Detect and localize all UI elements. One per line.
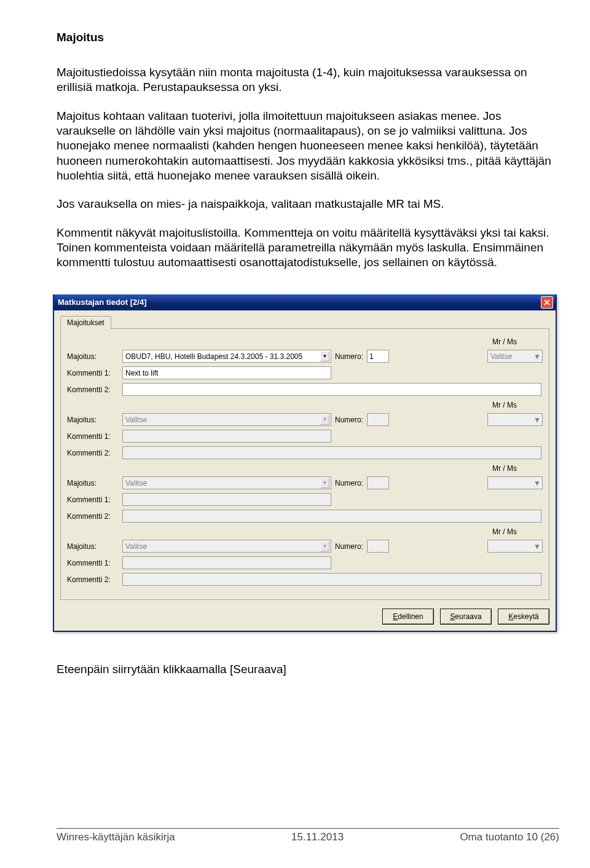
label-kom1-3: Kommentti 1:: [67, 495, 122, 504]
chevron-down-icon: ▼: [533, 416, 541, 424]
numero-input-1[interactable]: [367, 350, 389, 363]
label-majoitus-1: Majoitus:: [67, 352, 122, 361]
label-numero-3: Numero:: [331, 479, 367, 487]
label-kom1-2: Kommentti 1:: [67, 432, 122, 441]
mrms-select-3: ▼: [487, 476, 543, 489]
numero-input-4: [367, 540, 389, 553]
kommentti2-input-3: [122, 510, 541, 523]
cancel-button[interactable]: Keskeytä: [498, 609, 549, 625]
label-kom2-3: Kommentti 2:: [67, 512, 122, 521]
kommentti1-input-1[interactable]: [122, 366, 331, 379]
section-heading: Majoitus: [57, 31, 559, 44]
majoitus-select-2-value: Valitse: [125, 416, 147, 424]
prev-button-rest: dellinen: [398, 612, 423, 621]
label-numero-4: Numero:: [331, 542, 367, 551]
majoitus-select-3-value: Valitse: [125, 479, 147, 487]
chevron-down-icon: ▼: [533, 479, 541, 487]
dialog-body: Majoitukset Mr / Ms Majoitus: OBUD7, HBU…: [54, 310, 556, 631]
label-majoitus-4: Majoitus:: [67, 542, 122, 551]
mrms-select-1-value: Valitse: [490, 352, 512, 361]
kommentti2-input-2: [122, 446, 541, 459]
after-dialog-text: Eteenpäin siirrytään klikkaamalla [Seura…: [57, 663, 559, 676]
mrms-header-2: Mr / Ms: [67, 401, 543, 409]
kommentti1-input-2: [122, 430, 331, 443]
majoitus-select-1-value: OBUD7, HBU, Hotelli Budapest 24.3.2005 -…: [125, 352, 302, 361]
next-button[interactable]: Seuraava: [440, 609, 492, 625]
majoitus-select-4-value: Valitse: [125, 542, 147, 551]
kommentti2-input-4: [122, 573, 541, 586]
chevron-down-icon: ▼: [533, 542, 541, 551]
mrms-header-3: Mr / Ms: [67, 464, 543, 473]
label-kom2-1: Kommentti 2:: [67, 385, 122, 394]
traveler-dialog: Matkustajan tiedot [2/4] ✕ Majoitukset M…: [53, 294, 557, 632]
label-kom1-1: Kommentti 1:: [67, 369, 122, 377]
page-footer: Winres-käyttäjän käsikirja 15.11.2013 Om…: [57, 828, 559, 843]
dialog-button-row: Edellinen Seuraava Keskeytä: [60, 609, 549, 625]
majoitus-select-4: Valitse ▼: [122, 540, 331, 553]
footer-center: 15.11.2013: [291, 831, 344, 843]
chevron-down-icon: ▼: [320, 478, 329, 488]
numero-input-3: [367, 476, 389, 489]
label-majoitus-3: Majoitus:: [67, 479, 122, 487]
body-paragraph-1: Majoitustiedoissa kysytään niin monta ma…: [57, 65, 559, 95]
mrms-select-4: ▼: [487, 540, 543, 553]
tab-panel: Mr / Ms Majoitus: OBUD7, HBU, Hotelli Bu…: [60, 328, 549, 600]
majoitus-select-1[interactable]: OBUD7, HBU, Hotelli Budapest 24.3.2005 -…: [122, 350, 331, 363]
accommodation-group-4: Mr / Ms Majoitus: Valitse ▼ Numero: ▼: [67, 527, 543, 586]
accommodation-group-3: Mr / Ms Majoitus: Valitse ▼ Numero: ▼: [67, 464, 543, 523]
mrms-header-4: Mr / Ms: [67, 527, 543, 536]
next-button-rest: euraava: [455, 612, 481, 621]
body-paragraph-3: Jos varauksella on mies- ja naispaikkoja…: [57, 197, 559, 211]
footer-left: Winres-käyttäjän käsikirja: [57, 831, 175, 843]
kommentti1-input-4: [122, 556, 331, 569]
footer-right: Oma tuotanto 10 (26): [460, 831, 559, 843]
label-numero-2: Numero:: [331, 416, 367, 424]
body-paragraph-2: Majoitus kohtaan valitaan tuoterivi, jol…: [57, 109, 559, 184]
numero-input-2: [367, 413, 389, 426]
accommodation-group-1: Mr / Ms Majoitus: OBUD7, HBU, Hotelli Bu…: [67, 337, 543, 396]
dialog-title: Matkustajan tiedot [2/4]: [58, 298, 146, 307]
mrms-select-1[interactable]: Valitse ▼: [487, 350, 543, 363]
label-kom2-4: Kommentti 2:: [67, 575, 122, 584]
chevron-down-icon: ▼: [533, 352, 541, 361]
majoitus-select-2: Valitse ▼: [122, 413, 331, 426]
mrms-header-1: Mr / Ms: [67, 337, 543, 346]
accommodation-group-2: Mr / Ms Majoitus: Valitse ▼ Numero: ▼: [67, 401, 543, 459]
close-icon: ✕: [543, 298, 551, 307]
kommentti1-input-3: [122, 493, 331, 506]
label-numero-1: Numero:: [331, 352, 367, 361]
close-button[interactable]: ✕: [541, 296, 553, 309]
body-paragraph-4: Kommentit näkyvät majoituslistoilla. Kom…: [57, 226, 559, 270]
label-majoitus-2: Majoitus:: [67, 416, 122, 424]
prev-button[interactable]: Edellinen: [382, 609, 434, 625]
label-kom2-2: Kommentti 2:: [67, 449, 122, 457]
chevron-down-icon: ▼: [320, 351, 329, 361]
label-kom1-4: Kommentti 1:: [67, 559, 122, 567]
majoitus-select-3: Valitse ▼: [122, 476, 331, 489]
chevron-down-icon: ▼: [320, 414, 329, 425]
tab-majoitukset[interactable]: Majoitukset: [60, 316, 111, 329]
kommentti2-input-1[interactable]: [122, 383, 541, 396]
dialog-titlebar: Matkustajan tiedot [2/4] ✕: [54, 294, 556, 310]
mrms-select-2: ▼: [487, 413, 543, 426]
cancel-button-rest: eskeytä: [513, 612, 538, 621]
chevron-down-icon: ▼: [320, 541, 329, 551]
